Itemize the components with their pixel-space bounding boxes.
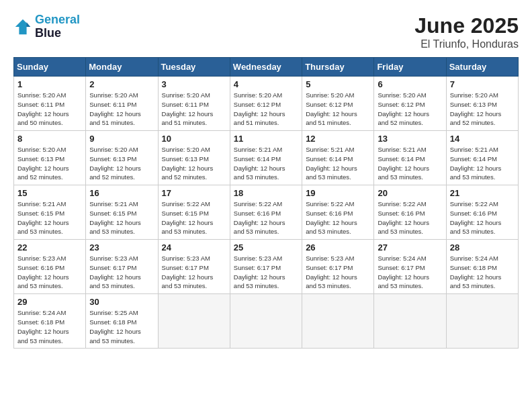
calendar: SundayMondayTuesdayWednesdayThursdayFrid… bbox=[13, 57, 519, 349]
calendar-cell: 4Sunrise: 5:20 AMSunset: 6:12 PMDaylight… bbox=[230, 77, 302, 131]
day-info: Sunrise: 5:23 AMSunset: 6:17 PMDaylight:… bbox=[234, 254, 298, 291]
calendar-cell: 23Sunrise: 5:23 AMSunset: 6:17 PMDayligh… bbox=[86, 240, 158, 294]
calendar-cell: 28Sunrise: 5:24 AMSunset: 6:18 PMDayligh… bbox=[446, 240, 518, 294]
day-info: Sunrise: 5:22 AMSunset: 6:16 PMDaylight:… bbox=[306, 199, 370, 236]
calendar-cell: 13Sunrise: 5:21 AMSunset: 6:14 PMDayligh… bbox=[374, 131, 446, 185]
calendar-cell bbox=[302, 294, 374, 349]
location-title: El Triunfo, Honduras bbox=[414, 38, 519, 50]
day-info: Sunrise: 5:20 AMSunset: 6:12 PMDaylight:… bbox=[306, 91, 370, 128]
calendar-cell: 11Sunrise: 5:21 AMSunset: 6:14 PMDayligh… bbox=[230, 131, 302, 185]
svg-marker-1 bbox=[27, 22, 31, 27]
calendar-cell: 6Sunrise: 5:20 AMSunset: 6:12 PMDaylight… bbox=[374, 77, 446, 131]
day-number: 15 bbox=[17, 188, 82, 198]
header: General Blue June 2025 El Triunfo, Hondu… bbox=[13, 13, 519, 50]
day-number: 29 bbox=[17, 297, 82, 307]
day-info: Sunrise: 5:24 AMSunset: 6:18 PMDaylight:… bbox=[17, 308, 82, 345]
day-number: 18 bbox=[234, 188, 298, 198]
calendar-cell: 1Sunrise: 5:20 AMSunset: 6:11 PMDaylight… bbox=[14, 77, 86, 131]
day-number: 3 bbox=[162, 79, 226, 89]
calendar-week-4: 22Sunrise: 5:23 AMSunset: 6:16 PMDayligh… bbox=[14, 240, 519, 294]
day-number: 28 bbox=[450, 242, 515, 253]
day-info: Sunrise: 5:24 AMSunset: 6:18 PMDaylight:… bbox=[450, 254, 515, 291]
day-number: 26 bbox=[306, 242, 370, 253]
day-number: 9 bbox=[89, 134, 154, 144]
calendar-week-5: 29Sunrise: 5:24 AMSunset: 6:18 PMDayligh… bbox=[14, 294, 519, 349]
day-info: Sunrise: 5:23 AMSunset: 6:17 PMDaylight:… bbox=[89, 254, 154, 291]
calendar-cell: 16Sunrise: 5:21 AMSunset: 6:15 PMDayligh… bbox=[86, 185, 158, 240]
calendar-header-monday: Monday bbox=[86, 58, 158, 77]
day-number: 10 bbox=[162, 134, 226, 144]
calendar-cell: 26Sunrise: 5:23 AMSunset: 6:17 PMDayligh… bbox=[302, 240, 374, 294]
day-number: 2 bbox=[89, 79, 154, 89]
title-area: June 2025 El Triunfo, Honduras bbox=[414, 13, 519, 50]
calendar-cell bbox=[446, 294, 518, 349]
calendar-cell: 3Sunrise: 5:20 AMSunset: 6:11 PMDaylight… bbox=[158, 77, 230, 131]
calendar-cell: 19Sunrise: 5:22 AMSunset: 6:16 PMDayligh… bbox=[302, 185, 374, 240]
day-info: Sunrise: 5:23 AMSunset: 6:17 PMDaylight:… bbox=[306, 254, 370, 291]
day-info: Sunrise: 5:20 AMSunset: 6:13 PMDaylight:… bbox=[450, 91, 515, 128]
calendar-cell: 18Sunrise: 5:22 AMSunset: 6:16 PMDayligh… bbox=[230, 185, 302, 240]
calendar-cell: 5Sunrise: 5:20 AMSunset: 6:12 PMDaylight… bbox=[302, 77, 374, 131]
calendar-cell: 12Sunrise: 5:21 AMSunset: 6:14 PMDayligh… bbox=[302, 131, 374, 185]
day-info: Sunrise: 5:21 AMSunset: 6:14 PMDaylight:… bbox=[378, 145, 442, 182]
day-info: Sunrise: 5:20 AMSunset: 6:11 PMDaylight:… bbox=[89, 91, 154, 128]
calendar-week-3: 15Sunrise: 5:21 AMSunset: 6:15 PMDayligh… bbox=[14, 185, 519, 240]
calendar-cell: 29Sunrise: 5:24 AMSunset: 6:18 PMDayligh… bbox=[14, 294, 86, 349]
calendar-cell: 22Sunrise: 5:23 AMSunset: 6:16 PMDayligh… bbox=[14, 240, 86, 294]
day-info: Sunrise: 5:24 AMSunset: 6:17 PMDaylight:… bbox=[378, 254, 442, 291]
day-info: Sunrise: 5:21 AMSunset: 6:15 PMDaylight:… bbox=[89, 199, 154, 236]
day-number: 12 bbox=[306, 134, 370, 144]
calendar-cell: 10Sunrise: 5:20 AMSunset: 6:13 PMDayligh… bbox=[158, 131, 230, 185]
calendar-header-tuesday: Tuesday bbox=[158, 58, 230, 77]
month-title: June 2025 bbox=[414, 13, 519, 38]
calendar-cell: 2Sunrise: 5:20 AMSunset: 6:11 PMDaylight… bbox=[86, 77, 158, 131]
day-number: 1 bbox=[17, 79, 82, 89]
day-number: 14 bbox=[450, 134, 515, 144]
day-info: Sunrise: 5:23 AMSunset: 6:16 PMDaylight:… bbox=[17, 254, 82, 291]
calendar-cell: 15Sunrise: 5:21 AMSunset: 6:15 PMDayligh… bbox=[14, 185, 86, 240]
calendar-cell: 17Sunrise: 5:22 AMSunset: 6:15 PMDayligh… bbox=[158, 185, 230, 240]
day-number: 24 bbox=[162, 242, 226, 253]
calendar-cell: 24Sunrise: 5:23 AMSunset: 6:17 PMDayligh… bbox=[158, 240, 230, 294]
calendar-week-2: 8Sunrise: 5:20 AMSunset: 6:13 PMDaylight… bbox=[14, 131, 519, 185]
logo-icon bbox=[13, 17, 32, 36]
calendar-week-1: 1Sunrise: 5:20 AMSunset: 6:11 PMDaylight… bbox=[14, 77, 519, 131]
calendar-header-friday: Friday bbox=[374, 58, 446, 77]
calendar-header-sunday: Sunday bbox=[14, 58, 86, 77]
day-number: 20 bbox=[378, 188, 442, 198]
day-info: Sunrise: 5:21 AMSunset: 6:14 PMDaylight:… bbox=[306, 145, 370, 182]
page-container: General Blue June 2025 El Triunfo, Hondu… bbox=[13, 13, 519, 349]
calendar-cell bbox=[374, 294, 446, 349]
calendar-cell bbox=[158, 294, 230, 349]
day-number: 19 bbox=[306, 188, 370, 198]
day-info: Sunrise: 5:22 AMSunset: 6:15 PMDaylight:… bbox=[162, 199, 226, 236]
day-info: Sunrise: 5:25 AMSunset: 6:18 PMDaylight:… bbox=[89, 308, 154, 345]
day-info: Sunrise: 5:22 AMSunset: 6:16 PMDaylight:… bbox=[234, 199, 298, 236]
day-number: 30 bbox=[89, 297, 154, 307]
calendar-cell: 21Sunrise: 5:22 AMSunset: 6:16 PMDayligh… bbox=[446, 185, 518, 240]
calendar-cell: 8Sunrise: 5:20 AMSunset: 6:13 PMDaylight… bbox=[14, 131, 86, 185]
day-number: 4 bbox=[234, 79, 298, 89]
calendar-header-wednesday: Wednesday bbox=[230, 58, 302, 77]
day-number: 7 bbox=[450, 79, 515, 89]
day-info: Sunrise: 5:20 AMSunset: 6:11 PMDaylight:… bbox=[162, 91, 226, 128]
day-number: 22 bbox=[17, 242, 82, 253]
day-info: Sunrise: 5:20 AMSunset: 6:12 PMDaylight:… bbox=[378, 91, 442, 128]
day-number: 23 bbox=[89, 242, 154, 253]
day-number: 25 bbox=[234, 242, 298, 253]
day-number: 16 bbox=[89, 188, 154, 198]
day-number: 11 bbox=[234, 134, 298, 144]
day-number: 21 bbox=[450, 188, 515, 198]
day-info: Sunrise: 5:22 AMSunset: 6:16 PMDaylight:… bbox=[378, 199, 442, 236]
calendar-cell: 27Sunrise: 5:24 AMSunset: 6:17 PMDayligh… bbox=[374, 240, 446, 294]
day-info: Sunrise: 5:22 AMSunset: 6:16 PMDaylight:… bbox=[450, 199, 515, 236]
day-info: Sunrise: 5:20 AMSunset: 6:11 PMDaylight:… bbox=[17, 91, 82, 128]
logo-text: General Blue bbox=[35, 13, 80, 40]
day-info: Sunrise: 5:21 AMSunset: 6:14 PMDaylight:… bbox=[450, 145, 515, 182]
day-number: 27 bbox=[378, 242, 442, 253]
calendar-cell: 9Sunrise: 5:20 AMSunset: 6:13 PMDaylight… bbox=[86, 131, 158, 185]
day-number: 8 bbox=[17, 134, 82, 144]
calendar-header-thursday: Thursday bbox=[302, 58, 374, 77]
day-number: 17 bbox=[162, 188, 226, 198]
logo: General Blue bbox=[13, 13, 80, 40]
